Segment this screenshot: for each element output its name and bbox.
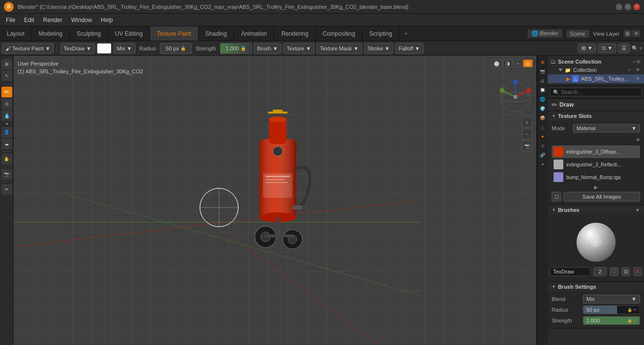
tab-shading[interactable]: Shading <box>199 26 234 41</box>
tab-rendering[interactable]: Rendering <box>274 26 315 41</box>
clone-tool-btn[interactable]: 👤 <box>1 127 12 138</box>
stroke-options-btn[interactable]: Stroke ▼ <box>364 43 394 54</box>
brush-copy-btn[interactable]: ⧉ <box>622 267 630 276</box>
viewport-gizmo[interactable]: X Y Z <box>498 80 533 114</box>
object-eye-icon[interactable]: 👁 <box>634 75 641 82</box>
menu-window[interactable]: Window <box>67 16 96 24</box>
slot-expand-arrow[interactable]: ▶ <box>594 184 598 190</box>
brushes-expand-btn[interactable]: ▼ <box>635 207 640 213</box>
mode-selector[interactable]: 🖌 Texture Paint ▼ <box>2 43 54 54</box>
strength-lock-btn[interactable]: 🔒 <box>627 319 632 323</box>
viewport-shade-btn[interactable]: ⊞ ▼ <box>578 44 596 53</box>
smear-tool-btn[interactable]: ☁ <box>1 138 12 149</box>
radius-input[interactable]: 50 px 🔒 <box>160 43 192 54</box>
menu-edit[interactable]: Edit <box>20 16 38 24</box>
zoom-out-btn[interactable]: − <box>522 129 533 139</box>
texture-slot-2[interactable]: extinguisher_3_Reflecti... <box>552 158 640 171</box>
xray-btn[interactable]: ☰ <box>618 44 630 53</box>
scene-icon[interactable]: 🌐 <box>538 95 547 104</box>
menu-help[interactable]: Help <box>97 16 117 24</box>
brush-selector[interactable]: TexDraw ▼ <box>60 43 95 54</box>
add-workspace-button[interactable]: + <box>400 26 413 41</box>
draw-tool-btn[interactable]: ✏ <box>1 87 12 97</box>
falloff-options-btn[interactable]: Falloff ▼ <box>395 43 423 54</box>
radius-pen-btn[interactable]: ✏ <box>633 308 637 312</box>
annotate-tool-btn[interactable]: ✏ <box>1 184 12 195</box>
brush-options-btn[interactable]: Brush ▼ <box>254 43 282 54</box>
maximize-button[interactable]: □ <box>624 3 631 10</box>
viewport[interactable]: User Perspective (1) ABS_SRL_Trolley_Fir… <box>14 56 536 345</box>
shade-material-btn[interactable]: ◑ <box>503 60 512 67</box>
brushes-header[interactable]: ▼ Brushes ▼ <box>548 205 644 215</box>
strength-pen-btn[interactable]: ✏ <box>633 319 637 323</box>
shade-render-btn[interactable]: ○ <box>514 60 522 67</box>
save-all-checkbox[interactable]: ☐ <box>552 192 561 202</box>
texture-slot-1[interactable]: extinguisher_3_Diffuse... <box>552 145 640 158</box>
view-layer-icon[interactable]: 🔲 <box>538 86 547 94</box>
tab-modeling[interactable]: Modeling <box>32 26 70 41</box>
camera-tool-btn[interactable]: 📷 <box>1 169 12 180</box>
data-icon[interactable]: ⊙ <box>538 141 547 150</box>
brush-name-field[interactable]: TexDraw <box>550 267 590 276</box>
overlay-btn[interactable]: ⊙ ▼ <box>598 44 616 53</box>
add-texture-slot-btn[interactable]: + <box>636 136 640 143</box>
save-all-images-btn[interactable]: Save All Images <box>563 192 640 202</box>
mesh-icon[interactable]: △ <box>538 123 547 132</box>
shade-solid-btn[interactable]: ⬤ <box>491 60 502 67</box>
tab-scripting[interactable]: Scripting <box>362 26 400 41</box>
tab-uv-editing[interactable]: UV Editing <box>108 26 150 41</box>
collection-checkbox-icon[interactable]: ✓ <box>626 67 633 73</box>
fill-tool-btn[interactable]: 💧 <box>1 110 12 121</box>
material-icon[interactable]: ● <box>538 132 547 141</box>
menu-render[interactable]: Render <box>39 16 66 24</box>
particles-icon[interactable]: ✦ <box>538 160 547 169</box>
shade-active-btn[interactable]: ◎ <box>523 60 533 67</box>
brush-settings-header[interactable]: ▼ Brush Settings <box>548 282 644 292</box>
blend-mode-selector[interactable]: Mix ▼ <box>113 43 135 54</box>
soften-tool-btn[interactable]: ◎ <box>1 98 12 109</box>
search-input[interactable] <box>561 89 639 95</box>
radius-field[interactable]: 50 px 🔒 ✏ <box>583 305 640 314</box>
world-icon[interactable]: 🌍 <box>538 104 547 113</box>
brush-delete-btn[interactable]: ✕ <box>633 267 642 276</box>
texture-options-btn[interactable]: Texture ▼ <box>283 43 314 54</box>
view-layer-label[interactable]: View Layer <box>593 31 620 37</box>
cursor-tool[interactable]: ↖ <box>1 70 12 81</box>
texture-slots-header[interactable]: ▼ Texture Slots <box>548 111 644 121</box>
object-props-icon[interactable]: 📦 <box>538 114 547 122</box>
tab-layout[interactable]: Layout <box>0 26 32 41</box>
tab-sculpting[interactable]: Sculpting <box>70 26 108 41</box>
radius-lock-btn[interactable]: 🔒 <box>627 308 632 312</box>
blend-select[interactable]: Mix ▼ <box>583 295 640 303</box>
scene-label[interactable]: Scene <box>566 30 589 38</box>
close-button[interactable]: ✕ <box>633 3 640 10</box>
zoom-in-btn[interactable]: + <box>522 117 533 128</box>
output-icon[interactable]: 🖨 <box>538 76 547 85</box>
object-item[interactable]: ▶ △ ABS_SRL_Trolley_Fin 👁 <box>548 74 644 83</box>
scene-collection-icon[interactable]: ⊞ <box>538 58 547 67</box>
search-icon[interactable]: 🔍 <box>632 46 638 51</box>
mode-select[interactable]: Material ▼ <box>573 124 640 133</box>
tab-compositing[interactable]: Compositing <box>316 26 363 41</box>
strength-input[interactable]: 1.000 🔒 <box>220 43 252 54</box>
color-swatch[interactable] <box>97 43 111 54</box>
strength-field[interactable]: 1.000 🔒 ✏ <box>583 316 640 325</box>
collection-item[interactable]: 📁 Collection ✓ 👁 <box>548 66 644 74</box>
collection-eye-icon[interactable]: 👁 <box>634 67 641 73</box>
camera-move-btn[interactable]: ✋ <box>1 154 12 164</box>
perspective-label: User Perspective <box>18 60 143 68</box>
filter-icon[interactable]: ▿ <box>640 46 642 51</box>
render-icon[interactable]: 📷 <box>538 67 547 76</box>
mask-options-btn[interactable]: Texture Mask ▼ <box>316 43 362 54</box>
tab-animation[interactable]: Animation <box>234 26 274 41</box>
brush-favorite-btn[interactable]: ♡ <box>610 267 619 276</box>
view-camera-btn[interactable]: 📷 <box>522 140 533 151</box>
tab-texture-paint[interactable]: Texture Paint <box>150 26 199 41</box>
constraints-icon[interactable]: 🔗 <box>538 151 547 160</box>
minimize-button[interactable]: ─ <box>616 3 622 10</box>
texture-slot-3[interactable]: bump_Normal_Bump.tga <box>552 171 640 184</box>
outliner-filter-icon[interactable]: ▿ <box>633 59 635 65</box>
outliner-eye-icon[interactable]: 👁 <box>636 59 641 65</box>
menu-file[interactable]: File <box>2 16 19 24</box>
viewport-toggle-btn[interactable]: ⊞ <box>1 59 12 69</box>
